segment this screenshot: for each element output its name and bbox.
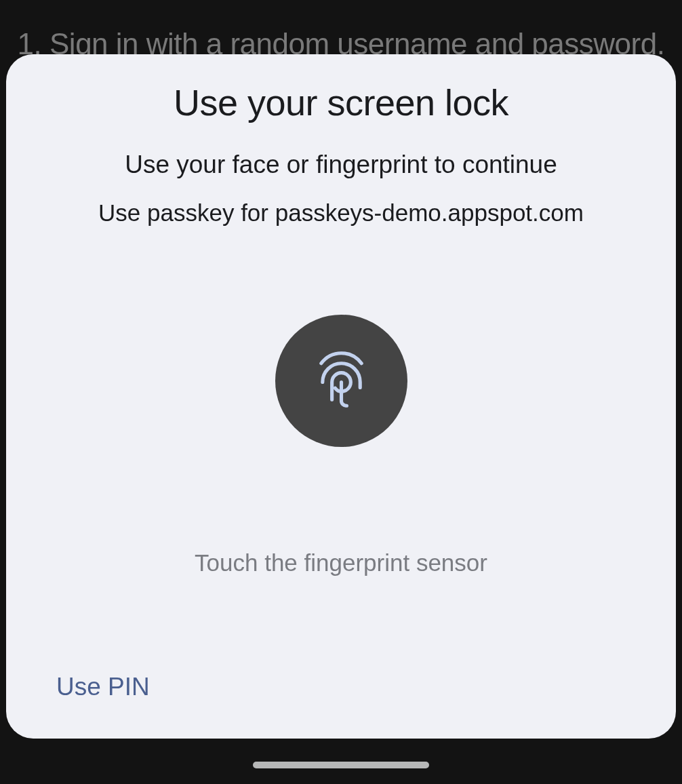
fingerprint-icon bbox=[309, 347, 374, 414]
biometric-prompt-sheet: Use your screen lock Use your face or fi… bbox=[6, 54, 676, 739]
fingerprint-hint-text: Touch the fingerprint sensor bbox=[6, 549, 676, 576]
use-pin-button[interactable]: Use PIN bbox=[56, 673, 150, 701]
passkey-domain-text: Use passkey for passkeys-demo.appspot.co… bbox=[98, 199, 584, 227]
fingerprint-sensor-target[interactable] bbox=[275, 315, 407, 447]
dialog-subtitle: Use your face or fingerprint to continue bbox=[125, 151, 557, 179]
navigation-handle[interactable] bbox=[253, 762, 429, 768]
dialog-title: Use your screen lock bbox=[174, 81, 508, 123]
